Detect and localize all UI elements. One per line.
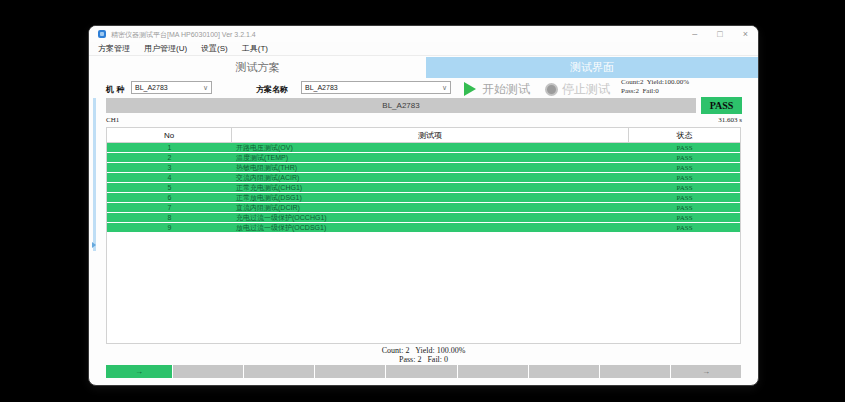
side-panel-splitter[interactable] xyxy=(93,98,96,251)
maximize-icon[interactable]: □ xyxy=(717,28,722,40)
model-select[interactable]: BL_A2783 ∨ xyxy=(131,81,212,94)
row-status: PASS xyxy=(629,213,740,222)
title-bar: 精密仪器测试平台[MA HP6030100] Ver 3.2.1.4 – □ × xyxy=(89,26,758,42)
row-no: 3 xyxy=(107,163,232,172)
channel-label: CH1 xyxy=(106,116,119,124)
row-item: 正常放电测试(DSG1) xyxy=(232,193,629,202)
window-title: 精密仪器测试平台[MA HP6030100] Ver 3.2.1.4 xyxy=(111,30,256,40)
row-status: PASS xyxy=(629,193,740,202)
column-header-no: No xyxy=(107,128,232,142)
tab-test-plan[interactable]: 测试方案 xyxy=(89,57,426,78)
progress-segment xyxy=(173,365,243,378)
row-no: 9 xyxy=(107,223,232,232)
plan-select[interactable]: BL_A2783 ∨ xyxy=(301,81,451,94)
table-header-row: No 测试项 状态 xyxy=(107,128,740,143)
row-status: PASS xyxy=(629,223,740,232)
table-row[interactable]: 1 开路电压测试(OV) PASS xyxy=(107,143,740,153)
tab-test-interface[interactable]: 测试界面 xyxy=(426,57,758,78)
row-item: 直流内阻测试(DCIR) xyxy=(232,203,629,212)
row-item: 正常充电测试(CHG1) xyxy=(232,183,629,192)
table-row[interactable]: 4 交流内阻测试(ACIR) PASS xyxy=(107,173,740,183)
progress-segment xyxy=(529,365,599,378)
row-status: PASS xyxy=(629,183,740,192)
menu-settings[interactable]: 设置(S) xyxy=(201,43,228,54)
row-status: PASS xyxy=(629,153,740,162)
close-icon[interactable]: × xyxy=(743,28,748,40)
row-item: 热敏电阻测试(THR) xyxy=(232,163,629,172)
chevron-down-icon: ∨ xyxy=(442,84,447,92)
row-no: 2 xyxy=(107,153,232,162)
menu-user-management[interactable]: 用户管理(U) xyxy=(144,43,187,54)
current-model-label: BL_A2783 xyxy=(382,101,419,110)
progress-segment xyxy=(600,365,670,378)
column-header-item: 测试项 xyxy=(232,128,629,142)
footer-count-yield: Count: 2 Yield: 100.00% xyxy=(382,346,466,355)
current-model-bar: BL_A2783 xyxy=(106,98,696,113)
table-row[interactable]: 7 直流内阻测试(DCIR) PASS xyxy=(107,203,740,213)
row-no: 4 xyxy=(107,173,232,182)
row-no: 5 xyxy=(107,183,232,192)
start-test-icon[interactable] xyxy=(464,82,476,96)
model-label: 机 种 xyxy=(106,84,124,95)
menu-tools[interactable]: 工具(T) xyxy=(242,43,268,54)
menu-plan-management[interactable]: 方案管理 xyxy=(98,43,130,54)
stop-test-button[interactable]: 停止测试 xyxy=(562,81,610,98)
row-item: 温度测试(TEMP) xyxy=(232,153,629,162)
chevron-down-icon: ∨ xyxy=(203,84,208,92)
row-no: 6 xyxy=(107,193,232,202)
app-icon xyxy=(98,30,106,38)
progress-segment xyxy=(244,365,314,378)
row-status: PASS xyxy=(629,143,740,152)
menu-bar: 方案管理 用户管理(U) 设置(S) 工具(T) xyxy=(89,42,758,56)
row-status: PASS xyxy=(629,203,740,212)
row-item: 充电过流一级保护(OCCHG1) xyxy=(232,213,629,222)
table-row[interactable]: 3 热敏电阻测试(THR) PASS xyxy=(107,163,740,173)
model-select-value: BL_A2783 xyxy=(135,84,168,91)
stop-test-icon[interactable] xyxy=(545,83,558,96)
test-results-table: No 测试项 状态 1 开路电压测试(OV) PASS 2 温度测试(TEMP)… xyxy=(106,127,741,344)
channel-progress-bar: → → xyxy=(106,365,741,378)
progress-segment xyxy=(458,365,528,378)
footer-pass-fail: Pass: 2 Fail: 0 xyxy=(399,355,448,364)
row-no: 7 xyxy=(107,203,232,212)
stats-pass-fail: Pass:2 Fail:0 xyxy=(621,87,659,95)
progress-segment-last: → xyxy=(671,365,741,378)
progress-segment xyxy=(386,365,456,378)
minimize-icon[interactable]: – xyxy=(692,28,697,40)
table-row[interactable]: 6 正常放电测试(DSG1) PASS xyxy=(107,193,740,203)
row-item: 放电过流一级保护(OCDSG1) xyxy=(232,223,629,232)
window-controls: – □ × xyxy=(692,28,748,40)
app-window: 精密仪器测试平台[MA HP6030100] Ver 3.2.1.4 – □ ×… xyxy=(88,25,759,386)
table-row[interactable]: 5 正常充电测试(CHG1) PASS xyxy=(107,183,740,193)
arrow-right-icon: → xyxy=(702,367,710,377)
progress-segment xyxy=(315,365,385,378)
toolbar: 机 种 BL_A2783 ∨ 方案名称 BL_A2783 ∨ 开始测试 停止测试… xyxy=(89,78,758,100)
plan-name-label: 方案名称 xyxy=(256,84,288,95)
footer-statistics: Count: 2 Yield: 100.00%Pass: 2 Fail: 0 xyxy=(106,346,741,364)
result-badge: PASS xyxy=(701,97,742,114)
row-status: PASS xyxy=(629,173,740,182)
table-row[interactable]: 8 充电过流一级保护(OCCHG1) PASS xyxy=(107,213,740,223)
column-header-status: 状态 xyxy=(629,128,740,142)
stats-count-yield: Count:2 Yield:100.00% xyxy=(621,78,689,86)
row-no: 1 xyxy=(107,143,232,152)
progress-segment-active: → xyxy=(106,365,172,378)
splitter-expand-icon[interactable] xyxy=(92,242,96,248)
tab-bar: 测试方案 测试界面 xyxy=(89,57,758,78)
elapsed-time: 31.603 s xyxy=(718,116,742,124)
row-status: PASS xyxy=(629,163,740,172)
row-item: 开路电压测试(OV) xyxy=(232,143,629,152)
start-test-button[interactable]: 开始测试 xyxy=(482,81,530,98)
arrow-right-icon: → xyxy=(135,367,143,377)
table-row[interactable]: 2 温度测试(TEMP) PASS xyxy=(107,153,740,163)
row-no: 8 xyxy=(107,213,232,222)
table-row[interactable]: 9 放电过流一级保护(OCDSG1) PASS xyxy=(107,223,740,233)
run-statistics: Count:2 Yield:100.00%Pass:2 Fail:0 xyxy=(621,78,689,96)
row-item: 交流内阻测试(ACIR) xyxy=(232,173,629,182)
plan-select-value: BL_A2783 xyxy=(305,84,338,91)
